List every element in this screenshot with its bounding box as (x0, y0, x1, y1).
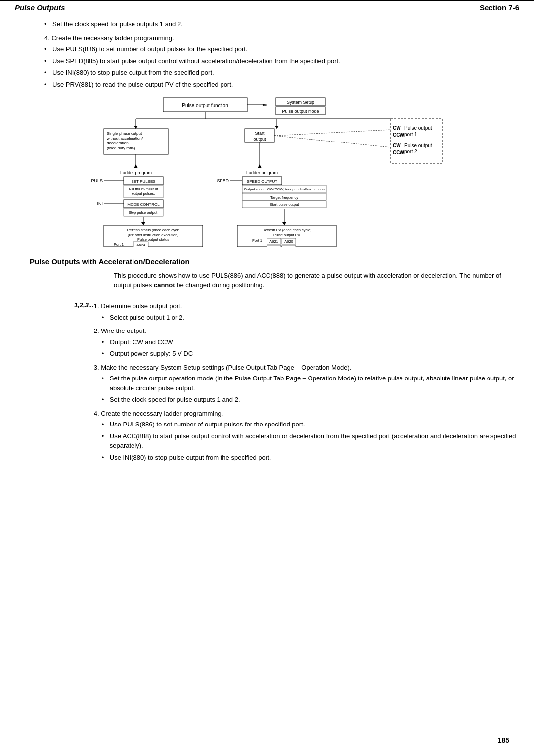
svg-text:CW: CW (393, 143, 401, 148)
intro-bullet-clock: Set the clock speed for pulse outputs 1 … (44, 19, 519, 29)
step3-b2: Set the clock speed for pulse outputs 1 … (102, 395, 519, 405)
intro-bullets-top: Set the clock speed for pulse outputs 1 … (44, 19, 519, 29)
svg-text:CCW: CCW (393, 132, 404, 138)
intro-step4: 4. Create the necessary ladder programmi… (44, 33, 519, 43)
svg-text:A623: A623 (269, 246, 278, 247)
svg-text:Set the number of: Set the number of (129, 187, 159, 191)
svg-text:output: output (253, 137, 266, 142)
step2-b1: Output: CW and CCW (102, 337, 519, 347)
step4-b1: Use PULS(886) to set number of output pu… (102, 420, 519, 429)
svg-text:output pulses.: output pulses. (132, 191, 155, 196)
svg-text:Pulse output status: Pulse output status (137, 237, 169, 242)
svg-marker-63 (282, 222, 286, 225)
svg-text:A622: A622 (284, 246, 293, 247)
step3-b1: Set the pulse output operation mode (in … (102, 374, 519, 393)
svg-marker-22 (275, 126, 279, 129)
svg-text:A624: A624 (136, 243, 145, 247)
svg-text:Output mode: CW/CCW, independe: Output mode: CW/CCW, independent/continu… (244, 187, 325, 191)
svg-marker-21 (134, 126, 138, 129)
main-content: Set the clock speed for pulse outputs 1 … (0, 19, 534, 484)
page-number: 185 (498, 736, 509, 744)
page: Pulse Outputs Section 7-6 Set the clock … (0, 0, 534, 756)
step3-bullets: Set the pulse output operation mode (in … (102, 374, 519, 405)
svg-text:just after instruction executi: just after instruction execution) (128, 233, 178, 237)
intro-bullet-sped: Use SPED(885) to start pulse output cont… (44, 56, 519, 66)
steps-content: 1. Determine pulse output port. Select p… (94, 301, 519, 466)
intro-bullet-ini: Use INI(880) to stop pulse output from t… (44, 68, 519, 78)
svg-text:Start: Start (255, 131, 265, 136)
intro-bullet-prv: Use PRV(881) to read the pulse output PV… (44, 80, 519, 90)
step-label: 1,2,3... (30, 301, 94, 466)
body-para-accel: This procedure shows how to use PULS(886… (114, 271, 519, 290)
svg-text:SET PULSES: SET PULSES (131, 179, 155, 184)
section-heading-accel: Pulse Outputs with Acceleration/Decelera… (30, 257, 519, 266)
svg-text:Pulse output: Pulse output (404, 143, 432, 148)
step3: 3. Make the necessary System Setup setti… (94, 363, 519, 373)
svg-text:(fixed duty ratio): (fixed duty ratio) (107, 146, 135, 150)
svg-text:MODE CONTROL: MODE CONTROL (127, 202, 160, 207)
svg-marker-32 (134, 164, 138, 168)
svg-text:CW: CW (393, 125, 401, 131)
svg-text:SPED: SPED (217, 178, 229, 183)
svg-text:Single-phase output: Single-phase output (107, 131, 142, 136)
svg-text:A621: A621 (269, 239, 278, 244)
svg-text:Stop pulse output.: Stop pulse output. (129, 210, 158, 215)
steps-row: 1,2,3... 1. Determine pulse output port.… (30, 301, 519, 466)
step1: 1. Determine pulse output port. (94, 301, 519, 311)
step4: 4. Create the necessary ladder programmi… (94, 409, 519, 419)
svg-text:port 1: port 1 (404, 132, 417, 137)
svg-text:Pulse output: Pulse output (404, 125, 432, 131)
intro-step4-bullets: Use PULS(886) to set number of output pu… (44, 45, 519, 89)
section-title-right: Section 7-6 (480, 3, 519, 12)
svg-text:PULS: PULS (91, 178, 103, 183)
svg-text:A620: A620 (284, 239, 293, 244)
svg-text:INI: INI (97, 201, 103, 206)
svg-text:deceleration: deceleration (107, 141, 129, 145)
svg-text:Port 1: Port 1 (114, 242, 124, 247)
diagram-svg: Pulse output function ⇐ System Setup Pul… (89, 94, 445, 247)
svg-text:CCW: CCW (393, 150, 404, 155)
svg-text:Refresh status (once each cycl: Refresh status (once each cycle (127, 228, 180, 232)
step2-bullets: Output: CW and CCW Output power supply: … (102, 337, 519, 359)
step1-bullets: Select pulse output 1 or 2. (102, 313, 519, 323)
svg-text:SPEED OUTPUT: SPEED OUTPUT (247, 179, 277, 184)
svg-text:port 2: port 2 (404, 149, 417, 154)
svg-line-88 (274, 136, 391, 147)
svg-text:Ladder program: Ladder program (120, 170, 152, 175)
svg-text:Pulse output PV: Pulse output PV (273, 233, 300, 237)
step4-b2: Use ACC(888) to start pulse output contr… (102, 431, 519, 451)
svg-text:Port 1: Port 1 (252, 238, 262, 243)
step2-b2: Output power supply: 5 V DC (102, 349, 519, 359)
svg-text:Refresh PV (once each cycle): Refresh PV (once each cycle) (262, 228, 312, 232)
svg-line-87 (274, 130, 391, 136)
svg-text:without acceleration/: without acceleration/ (106, 136, 143, 141)
step4-bullets: Use PULS(886) to set number of output pu… (102, 420, 519, 462)
page-header: Pulse Outputs Section 7-6 (0, 0, 534, 14)
svg-text:⇐: ⇐ (262, 102, 267, 108)
svg-text:Ladder program: Ladder program (246, 170, 278, 175)
step2: 2. Wire the output. (94, 326, 519, 336)
svg-marker-34 (258, 164, 262, 168)
svg-text:Target frequency: Target frequency (270, 195, 298, 200)
svg-text:Start pulse output: Start pulse output (270, 202, 300, 207)
svg-text:System Setup: System Setup (287, 100, 314, 105)
svg-marker-62 (141, 222, 145, 225)
step1-b1: Select pulse output 1 or 2. (102, 313, 519, 323)
svg-text:Pulse output mode: Pulse output mode (282, 109, 319, 114)
diagram-area: Pulse output function ⇐ System Setup Pul… (15, 94, 519, 247)
section-title-left: Pulse Outputs (15, 3, 65, 12)
svg-text:Pulse output function: Pulse output function (182, 103, 228, 108)
svg-text:Port 2: Port 2 (252, 246, 262, 247)
step4-b3: Use INI(880) to stop pulse output from t… (102, 453, 519, 463)
intro-bullet-puls: Use PULS(886) to set number of output pu… (44, 45, 519, 54)
